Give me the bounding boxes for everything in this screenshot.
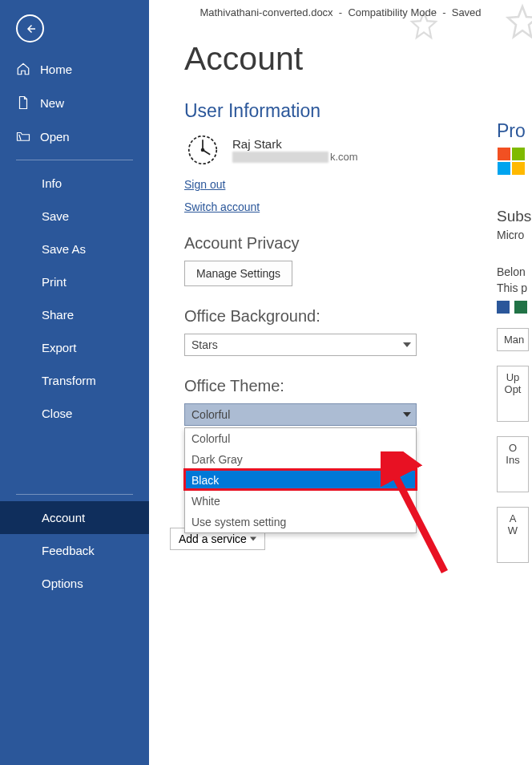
nav-label: Transform	[42, 374, 96, 387]
nav-label: Open	[40, 130, 70, 144]
nav-label: Account	[42, 511, 85, 524]
divider	[16, 494, 133, 495]
excel-icon	[514, 301, 527, 314]
nav-open[interactable]: Open	[0, 119, 149, 153]
nav-transform[interactable]: Transform	[0, 364, 149, 397]
office-theme-value: Colorful	[191, 408, 230, 421]
word-icon	[497, 301, 510, 314]
nav-new[interactable]: New	[0, 86, 149, 119]
nav-label: Print	[42, 275, 66, 289]
nav-label: Close	[42, 407, 72, 420]
office-theme-select[interactable]: Colorful	[184, 403, 417, 426]
backstage-sidebar: Home New Open Info Save Save As Print Sh…	[0, 0, 149, 765]
nav-share[interactable]: Share	[0, 298, 149, 331]
right-column: Pro Subs Micro Belon This p Man UpOpt OI…	[497, 120, 532, 563]
account-privacy-heading: Account Privacy	[184, 234, 532, 253]
svg-line-3	[203, 150, 210, 155]
add-service-label: Add a service	[179, 532, 247, 545]
manage-settings-button[interactable]: Manage Settings	[184, 261, 292, 286]
nav-label: Info	[42, 176, 62, 190]
office-background-select[interactable]: Stars	[184, 334, 417, 356]
theme-option-colorful[interactable]: Colorful	[185, 428, 416, 449]
nav-save[interactable]: Save	[0, 200, 149, 233]
sign-out-link[interactable]: Sign out	[184, 178, 532, 191]
nav-label: Feedback	[42, 544, 95, 557]
chevron-down-icon	[403, 342, 411, 347]
nav-home[interactable]: Home	[0, 52, 149, 86]
nav-close[interactable]: Close	[0, 397, 149, 430]
user-info-heading: User Information	[184, 100, 532, 122]
office-background-value: Stars	[191, 338, 218, 351]
update-options-button[interactable]: UpOpt	[497, 366, 529, 422]
nav-label: Options	[42, 577, 83, 590]
nav-label: Save	[42, 209, 69, 223]
manage-account-button[interactable]: Man	[497, 328, 529, 351]
main-panel: Account User Information Raj Stark k.com…	[149, 0, 532, 765]
nav-options[interactable]: Options	[0, 567, 149, 600]
nav-account[interactable]: Account	[0, 501, 149, 534]
subscription-product: Micro	[497, 229, 532, 241]
subscription-heading: Subs	[497, 208, 532, 225]
office-theme-dropdown: Colorful Dark Gray Black White Use syste…	[184, 427, 417, 533]
nav-save-as[interactable]: Save As	[0, 233, 149, 265]
theme-option-system[interactable]: Use system setting	[185, 512, 416, 532]
user-row: Raj Stark k.com	[184, 132, 532, 168]
new-document-icon	[16, 95, 30, 110]
chevron-down-icon	[403, 412, 411, 417]
switch-account-link[interactable]: Switch account	[184, 200, 532, 213]
office-logo-icon	[497, 147, 529, 176]
office-theme-heading: Office Theme:	[184, 377, 532, 395]
nav-export[interactable]: Export	[0, 331, 149, 364]
home-icon	[16, 62, 30, 76]
divider	[16, 160, 133, 160]
user-name: Raj Stark	[232, 137, 358, 151]
product-info-heading: Pro	[497, 120, 532, 142]
chevron-down-icon	[250, 536, 256, 541]
about-word-button[interactable]: AW	[497, 507, 529, 563]
back-button[interactable]	[16, 14, 44, 42]
nav-print[interactable]: Print	[0, 265, 149, 298]
folder-open-icon	[16, 129, 30, 144]
nav-label: Home	[40, 63, 72, 76]
nav-label: Share	[42, 308, 74, 322]
nav-feedback[interactable]: Feedback	[0, 534, 149, 567]
user-email: k.com	[232, 151, 358, 163]
theme-option-white[interactable]: White	[185, 491, 416, 512]
theme-option-black[interactable]: Black	[185, 470, 416, 491]
nav-label: Export	[42, 341, 76, 354]
avatar	[184, 132, 221, 168]
page-title: Account	[184, 40, 532, 78]
office-insider-button[interactable]: OIns	[497, 436, 529, 492]
nav-label: New	[40, 96, 64, 110]
office-background-heading: Office Background:	[184, 307, 532, 326]
this-product-label: This p	[497, 281, 532, 294]
theme-option-darkgray[interactable]: Dark Gray	[185, 449, 416, 470]
nav-info[interactable]: Info	[0, 167, 149, 200]
nav-label: Save As	[42, 242, 86, 256]
belongs-to-label: Belon	[497, 265, 532, 278]
